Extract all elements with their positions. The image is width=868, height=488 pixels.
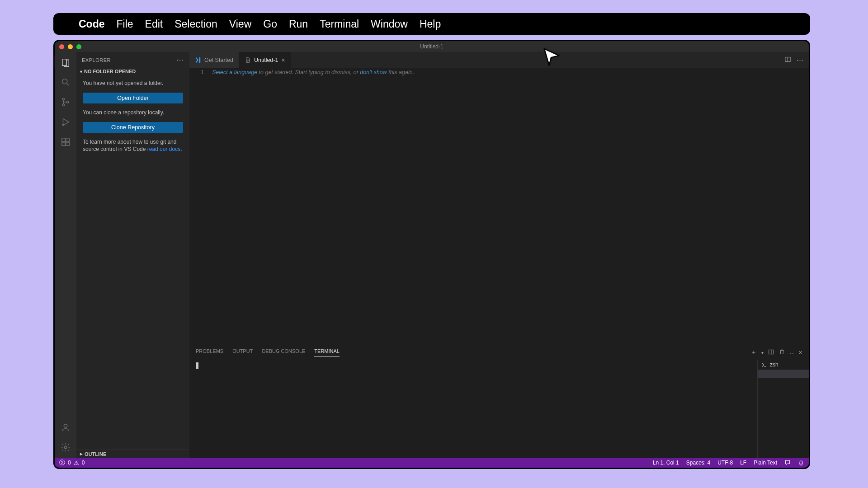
- panel-tab-terminal[interactable]: TERMINAL: [314, 348, 340, 357]
- panel-tab-problems[interactable]: PROBLEMS: [196, 348, 223, 357]
- tab-label: Get Started: [204, 57, 233, 63]
- search-icon[interactable]: [60, 76, 71, 88]
- run-debug-icon[interactable]: [60, 116, 71, 128]
- svg-point-2: [62, 104, 64, 106]
- maximize-icon[interactable]: [76, 44, 81, 49]
- kill-terminal-icon[interactable]: [779, 349, 785, 356]
- menu-selection[interactable]: Selection: [175, 18, 217, 30]
- editor-area[interactable]: 1 Select a language to get started. Star…: [189, 68, 809, 345]
- titlebar: Untitled-1: [55, 41, 809, 52]
- explorer-title: EXPLORER: [82, 57, 111, 63]
- tab-more-icon[interactable]: ⋯: [797, 56, 803, 64]
- maximize-panel-icon[interactable]: ︿: [789, 349, 794, 356]
- source-control-icon[interactable]: [60, 96, 71, 108]
- terminal-icon: [761, 362, 767, 368]
- select-language-link[interactable]: Select a language: [212, 69, 257, 75]
- vscode-icon: [195, 57, 201, 63]
- file-icon: [245, 57, 251, 63]
- tab-label: Untitled-1: [254, 57, 278, 63]
- status-language[interactable]: Plain Text: [754, 460, 777, 466]
- svg-point-3: [66, 101, 68, 103]
- terminal-dropdown-icon[interactable]: ▾: [761, 350, 764, 355]
- bell-icon[interactable]: [798, 460, 804, 466]
- svg-point-10: [64, 446, 67, 449]
- line-number: 1: [189, 69, 212, 345]
- menu-run[interactable]: Run: [289, 18, 308, 30]
- error-count: 0: [68, 460, 71, 466]
- tab-untitled[interactable]: Untitled-1 ×: [239, 52, 291, 68]
- terminal-shell-label: zsh: [770, 361, 778, 368]
- menu-file[interactable]: File: [117, 18, 133, 30]
- tab-get-started[interactable]: Get Started: [189, 52, 239, 68]
- menu-help[interactable]: Help: [420, 18, 441, 30]
- no-folder-text: You have not yet opened a folder.: [83, 80, 183, 87]
- docs-text-b: .: [180, 146, 182, 152]
- explorer-icon[interactable]: [54, 56, 76, 68]
- explorer-more-icon[interactable]: ⋯: [176, 56, 184, 64]
- editor-tabs: Get Started Untitled-1 × ⋯: [189, 52, 809, 68]
- chevron-right-icon: ▸: [80, 451, 83, 457]
- window-controls: [55, 44, 81, 49]
- svg-rect-6: [62, 142, 65, 145]
- menu-go[interactable]: Go: [263, 18, 277, 30]
- close-panel-icon[interactable]: ×: [799, 349, 802, 356]
- gear-icon[interactable]: [60, 441, 71, 453]
- warning-icon: ⚠: [74, 460, 79, 466]
- menu-window[interactable]: Window: [371, 18, 408, 30]
- close-icon[interactable]: [59, 44, 64, 49]
- docs-text: To learn more about how to use git and s…: [83, 138, 183, 154]
- panel-tab-output[interactable]: OUTPUT: [232, 348, 253, 357]
- account-icon[interactable]: [60, 422, 71, 433]
- minimize-icon[interactable]: [68, 44, 73, 49]
- menu-edit[interactable]: Edit: [145, 18, 163, 30]
- outline-section[interactable]: ▸ OUTLINE: [76, 450, 189, 458]
- new-terminal-icon[interactable]: ＋: [750, 348, 757, 357]
- no-folder-label: NO FOLDER OPENED: [84, 69, 136, 74]
- editor-group: Get Started Untitled-1 × ⋯ 1 Select a la…: [189, 52, 809, 458]
- open-folder-button[interactable]: Open Folder: [83, 93, 183, 103]
- split-editor-icon[interactable]: [784, 56, 791, 64]
- feedback-icon[interactable]: [784, 460, 791, 466]
- close-tab-icon[interactable]: ×: [281, 56, 285, 64]
- warning-count: 0: [82, 460, 85, 466]
- explorer-sidebar: EXPLORER ⋯ ▾ NO FOLDER OPENED You have n…: [76, 52, 189, 458]
- vscode-window: Untitled-1: [53, 40, 810, 469]
- activity-bar: [55, 52, 76, 458]
- outline-label: OUTLINE: [85, 451, 106, 457]
- panel-tab-debug[interactable]: DEBUG CONSOLE: [262, 348, 305, 357]
- split-terminal-icon[interactable]: [768, 349, 774, 357]
- clone-text: You can clone a repository locally.: [83, 109, 183, 117]
- status-eol[interactable]: LF: [740, 460, 746, 466]
- menu-app[interactable]: Code: [79, 18, 105, 30]
- docs-link[interactable]: read our docs: [147, 146, 180, 152]
- svg-rect-5: [62, 138, 65, 141]
- macos-menubar: Code File Edit Selection View Go Run Ter…: [53, 13, 810, 35]
- bottom-panel: PROBLEMS OUTPUT DEBUG CONSOLE TERMINAL ＋…: [189, 345, 809, 458]
- status-cursor-pos[interactable]: Ln 1, Col 1: [653, 460, 679, 466]
- svg-point-0: [62, 79, 67, 84]
- status-problems[interactable]: ⓧ 0 ⚠ 0: [59, 459, 85, 467]
- error-icon: ⓧ: [59, 459, 65, 467]
- terminal-list: zsh: [757, 360, 809, 458]
- terminal-selection: [758, 370, 809, 378]
- terminal-cursor: [196, 362, 198, 369]
- svg-point-9: [64, 424, 67, 427]
- svg-rect-8: [66, 138, 69, 141]
- menu-terminal[interactable]: Terminal: [320, 18, 359, 30]
- terminal-area[interactable]: [189, 360, 757, 458]
- dont-show-link[interactable]: don't show: [360, 69, 387, 75]
- clone-repo-button[interactable]: Clone Repository: [83, 122, 183, 133]
- no-folder-section[interactable]: ▾ NO FOLDER OPENED: [76, 68, 189, 75]
- status-spaces[interactable]: Spaces: 4: [686, 460, 710, 466]
- window-title: Untitled-1: [420, 43, 443, 50]
- status-encoding[interactable]: UTF-8: [717, 460, 733, 466]
- hint-end: this again.: [387, 69, 414, 75]
- svg-point-4: [62, 124, 64, 126]
- svg-point-1: [62, 98, 64, 100]
- terminal-entry-zsh[interactable]: zsh: [761, 361, 805, 368]
- editor-hint-line: Select a language to get started. Start …: [212, 69, 414, 345]
- chevron-down-icon: ▾: [80, 69, 82, 74]
- extensions-icon[interactable]: [60, 136, 71, 148]
- menu-view[interactable]: View: [229, 18, 251, 30]
- svg-rect-7: [66, 142, 69, 145]
